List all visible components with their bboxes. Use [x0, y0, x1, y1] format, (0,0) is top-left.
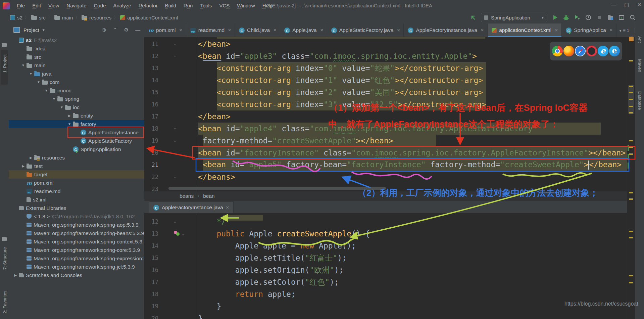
tree-item-applestaticfactory[interactable]: AppleStaticFactory [9, 137, 144, 145]
tree-item-entity[interactable]: ▶entity [9, 111, 144, 120]
tree-item-maven-org-springframework-spring-aop-5-3-9[interactable]: Maven: org.springframework:spring-aop:5.… [9, 221, 144, 229]
tree-item-springapplication[interactable]: SpringApplication [9, 145, 144, 153]
code-line-15[interactable]: 15 <constructor-arg index="2" value="美国"… [144, 86, 627, 98]
tree-item-pom-xml[interactable]: pom.xml [9, 179, 144, 187]
tree-item-s2[interactable]: s2E:\java\s2 [9, 36, 144, 44]
firefox-icon[interactable] [563, 46, 574, 56]
code-line-19[interactable]: 19 } [144, 300, 627, 312]
tree-item-resources[interactable]: ▶resources [9, 153, 144, 162]
tool-button-maven[interactable]: Maven [637, 51, 642, 81]
code-line-19[interactable]: 19▴ factory-method="createSweetApple"></… [144, 135, 627, 147]
vcs-update-icon[interactable] [470, 14, 477, 21]
chevron-down-icon[interactable]: ▼ [58, 105, 65, 109]
fold-marker-icon[interactable]: ▴ [158, 139, 198, 143]
java-editor[interactable]: 12▴ */13▾ public Apple createSweetApple(… [144, 213, 627, 319]
collapse-all-icon[interactable]: ⌃ [113, 27, 117, 33]
warning-stripe-mark[interactable] [629, 140, 633, 141]
code-line-21[interactable]: 21 <bean id="apple5" factory-bean="facto… [144, 159, 627, 171]
tree-item--idea[interactable]: .idea [9, 44, 144, 53]
tree-item-src[interactable]: src [9, 53, 144, 61]
tree-item-s2-iml[interactable]: s2.iml [9, 195, 144, 204]
chevron-right-icon[interactable]: ▶ [12, 273, 19, 277]
menu-item-edit[interactable]: Edit [29, 3, 45, 8]
close-icon[interactable]: ✕ [179, 28, 183, 33]
maximize-button[interactable]: ▢ [624, 2, 629, 8]
editor-tab-springapplica[interactable]: SpringApplica✕ [562, 24, 616, 37]
close-icon[interactable]: ✕ [228, 28, 231, 33]
tree-item-scratches-and-consoles[interactable]: ▶Scratches and Consoles [9, 271, 144, 279]
tree-item-com[interactable]: ▼com [9, 78, 144, 86]
close-icon[interactable]: ✕ [273, 28, 277, 33]
close-icon[interactable]: ✕ [481, 28, 484, 33]
menu-item-refactor[interactable]: Refactor [135, 3, 161, 8]
hidden-tabs-dropdown[interactable]: ▼ ≡ 1 [619, 28, 629, 33]
chevron-down-icon[interactable]: ▼ [35, 80, 42, 84]
restore-layout-icon[interactable] [618, 14, 625, 21]
fold-marker-icon[interactable]: ▾ [158, 54, 198, 58]
tree-item-maven-org-springframework-spring-jcl-5-3-9[interactable]: Maven: org.springframework:spring-jcl:5.… [9, 263, 144, 271]
tree-item-maven-org-springframework-spring-expression-5-3[interactable]: Maven: org.springframework:spring-expres… [9, 254, 144, 263]
run-configuration-select[interactable]: SpringApplication ▼ [481, 13, 547, 22]
editor-tab-applestaticfactory-java[interactable]: AppleStaticFactory.java✕ [327, 24, 404, 37]
breadcrumb-main[interactable]: main [54, 15, 73, 20]
warning-stripe-mark[interactable] [629, 86, 633, 87]
close-icon[interactable]: ✕ [226, 205, 229, 210]
fold-marker-icon[interactable]: ▴ [158, 220, 198, 224]
tree-item-external-libraries[interactable]: External Libraries [9, 204, 144, 212]
menu-item-run[interactable]: Run [180, 3, 197, 8]
close-icon[interactable]: ✕ [555, 28, 558, 33]
breadcrumb-s2[interactable]: s2 [10, 15, 22, 20]
horizontal-scrollbar[interactable] [168, 187, 386, 190]
tool-button-structure[interactable]: 7: Structure [2, 242, 7, 275]
opera-icon[interactable] [586, 46, 597, 56]
close-icon[interactable]: ✕ [320, 28, 324, 33]
locate-file-icon[interactable]: ⊕ [102, 27, 106, 33]
warning-stripe-mark[interactable] [629, 275, 633, 276]
hide-panel-icon[interactable]: — [135, 27, 140, 33]
tool-button-ant[interactable]: Ant [637, 25, 642, 55]
code-line-16[interactable]: 16 apple.setOrigin("欧洲"); [144, 264, 627, 276]
editor-tab-readme-md[interactable]: readme.md✕ [186, 24, 235, 37]
warning-stripe-mark[interactable] [629, 153, 633, 155]
code-line-18[interactable]: 18 return apple; [144, 288, 627, 300]
fold-marker-icon[interactable]: ▾ [158, 127, 198, 131]
chevron-down-icon[interactable]: ▼ [43, 89, 50, 92]
code-line-14[interactable]: 14 <constructor-arg index="1" value="红色"… [144, 74, 627, 86]
edge-icon[interactable] [609, 46, 620, 56]
tree-item-imooc[interactable]: ▼imooc [9, 86, 144, 95]
menu-item-tools[interactable]: Tools [196, 3, 215, 8]
editor-tab-applefactoryinstance-java[interactable]: AppleFactoryInstance.java✕ [404, 24, 488, 37]
tree-item-test[interactable]: ▶test [9, 162, 144, 170]
tree-item-applefactoryinstance[interactable]: AppleFactoryInstance [9, 128, 144, 137]
editor-tab-pom-xml[interactable]: pom.xml✕ [144, 24, 186, 37]
chevron-down-icon[interactable]: ▼ [66, 122, 73, 126]
chevron-right-icon[interactable]: ▶ [20, 164, 27, 168]
safari-icon[interactable] [575, 46, 586, 56]
ie-icon[interactable] [598, 46, 608, 56]
warning-stripe-mark[interactable] [629, 92, 633, 93]
code-line-22[interactable]: 22▴</beans> [144, 171, 627, 183]
editor-tab-child-java[interactable]: Child.java✕ [235, 24, 280, 37]
tree-item-maven-org-springframework-spring-context-5-3-9[interactable]: Maven: org.springframework:spring-contex… [9, 237, 144, 246]
warning-stripe-mark[interactable] [629, 60, 633, 61]
run-button[interactable] [552, 14, 558, 21]
close-button[interactable]: ✕ [637, 2, 641, 8]
warning-stripe-mark[interactable] [629, 106, 633, 107]
code-line-12[interactable]: 12▴ */ [144, 216, 627, 228]
breadcrumb-resources[interactable]: resources [82, 15, 111, 20]
close-icon[interactable]: ✕ [609, 28, 613, 33]
warning-stripe-mark[interactable] [629, 99, 633, 100]
warning-stripe-mark[interactable] [629, 231, 633, 232]
fold-marker-icon[interactable]: ▾ [158, 231, 198, 237]
fold-marker-icon[interactable]: ▴ [158, 175, 198, 179]
minimize-button[interactable]: — [611, 2, 616, 8]
tree-item-readme-md[interactable]: readme.md [9, 187, 144, 195]
tree-item-main[interactable]: ▼main [9, 61, 144, 70]
project-pane-title[interactable]: Project [23, 27, 39, 33]
code-line-14[interactable]: 14 Apple apple = new Apple(); [144, 240, 627, 252]
chevron-down-icon[interactable]: ▼ [51, 97, 57, 101]
debug-button[interactable] [563, 14, 569, 21]
chevron-right-icon[interactable]: ▶ [66, 114, 73, 118]
tree-item-spring[interactable]: ▼spring [9, 95, 144, 103]
search-everywhere-icon[interactable] [629, 14, 636, 21]
